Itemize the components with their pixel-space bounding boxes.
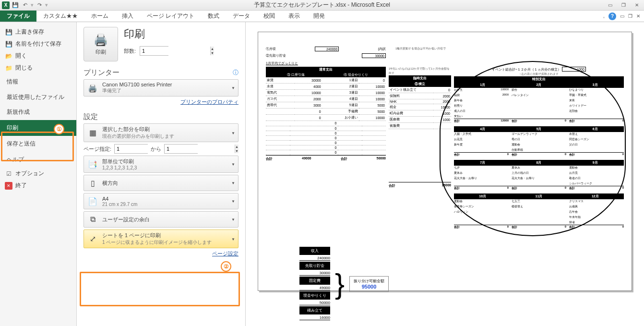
window-title: 予算立てエクセルテンプレート.xlsx - Microsoft Excel [254,1,390,9]
printer-icon: 🖨️ [94,33,108,47]
qat-save-icon[interactable]: 💾 [12,1,19,9]
orientation-dropdown[interactable]: ▯ 横方向 ▼ [83,175,239,191]
income-label: ①月収 [266,47,276,51]
print-heading: 印刷 [124,27,168,41]
tab-developer[interactable]: 開発 [307,11,332,22]
qat-redo-icon[interactable]: ↷ [36,1,43,9]
spin-up-icon[interactable]: ▲ [235,145,239,149]
page-from-spinner[interactable]: ▲▼ [114,144,148,154]
spin-down-icon[interactable]: ▼ [235,149,239,153]
printer-dropdown[interactable]: 🖨️ Canon MG7100 series Printer 準備完了 ▼ [83,79,239,97]
tab-pagelayout[interactable]: ページ レイアウト [140,11,201,22]
sidebar-label: 終了 [15,181,27,190]
paper-icon: 📄 [87,195,98,207]
sidebar-recent[interactable]: 最近使用したファイル [0,90,76,104]
printer-properties-link[interactable]: プリンターのプロパティ [83,98,239,106]
left-total-value-l: 49000 [302,157,311,161]
inner-restore-icon[interactable]: ❐ [628,13,632,19]
left-table: 家賃300001週目0水道40002週目10000電気代100003週目1000… [266,77,386,121]
mid-sub: ⑤ 積立 [389,81,451,87]
copies-spinner[interactable]: ▲▼ [140,46,168,56]
page-setup-link[interactable]: ページ設定 [83,250,239,257]
qat-dropdown-icon[interactable]: ▾ [45,2,48,8]
scaling-dropdown[interactable]: ⤢ シートを 1 ページに印刷 1 ページに収まるように印刷イメージを縮小します… [83,229,239,248]
info-icon[interactable]: ⓘ [233,69,239,77]
settings-section-title: 設定 [83,112,98,121]
printer-name: Canon MG7100 series Printer [102,82,235,87]
print-area-title: 選択した部分を印刷 [102,126,235,133]
page-to-spinner[interactable]: ▲▼ [164,144,198,154]
chevron-down-icon: ▼ [231,181,235,185]
save-icon: 💾 [5,28,12,36]
minimize-button[interactable]: ▭ [604,1,616,9]
sidebar-help[interactable]: ヘルプ [0,152,76,168]
qat-separator: ▾ [31,2,34,8]
restore-button[interactable]: ❐ [617,1,630,9]
sidebar-share[interactable]: 保存と送信 [0,136,76,152]
inner-min-icon[interactable]: ▭ [620,13,624,19]
tab-review[interactable]: 校閲 [257,11,282,22]
chevron-down-icon: ▼ [231,131,235,135]
tab-data[interactable]: データ [226,11,257,22]
mid-header: 臨時支出 [389,75,451,81]
collate-icon: 📑 [87,158,98,170]
sidebar-print[interactable]: 印刷 [0,120,76,136]
tab-insert[interactable]: 挿入 [115,11,140,22]
chevron-down-icon: ▼ [231,217,235,222]
tab-custom[interactable]: カスタム★★ [36,11,84,22]
spin-up-icon[interactable]: ▲ [210,47,214,51]
tab-formulas[interactable]: 数式 [201,11,226,22]
sidebar-new[interactable]: 新規作成 [0,104,76,120]
left-sub2: ④ 現金やりくり [326,72,386,77]
sidebar-close[interactable]: 📁閉じる [0,62,76,74]
paper-dropdown[interactable]: 📄 A4 21 cm x 29.7 cm ▼ [83,193,239,209]
tab-home[interactable]: ホーム [84,11,115,22]
copies-input[interactable] [140,47,210,55]
sidebar-info[interactable]: 情報 [0,74,76,90]
rough-title: 1月平均でざっくりと [266,61,624,66]
qat-undo-icon[interactable]: ↶ [21,1,29,9]
sidebar-label: 最近使用したファイル [7,94,64,100]
sidebar-label: 情報 [7,78,18,86]
sidebar-options[interactable]: ☑オプション [0,168,76,180]
close-icon: 📁 [5,64,12,72]
sidebar-open[interactable]: 📂開く [0,50,76,62]
ribbon-min-icon[interactable]: ˌ [603,13,605,19]
brace-icon: } [335,274,345,294]
app-icon: X [2,1,10,9]
collate-dropdown[interactable]: 📑 部単位で印刷 1,2,3 1,2,3 1,2,3 ▼ [83,156,239,173]
help-icon[interactable]: ? [608,12,616,20]
orientation-icon: ▯ [87,177,98,189]
sidebar-label: 印刷 [7,124,18,132]
sidebar-saveas[interactable]: 💾名前を付けて保存 [0,38,76,50]
sheet-icon: ▦ [87,127,98,139]
left-total-label-r: 合計 [341,157,347,161]
pages-to-label: から [151,145,161,153]
collate-sub: 1,2,3 1,2,3 1,2,3 [102,165,235,170]
copies-label: 部数: [124,48,136,55]
sidebar-label: 開く [15,52,27,60]
scaling-sub: 1 ページに収まるように印刷イメージを縮小します [102,239,235,246]
ribbon: ファイル カスタム★★ ホーム 挿入 ページ レイアウト 数式 データ 校閲 表… [0,11,644,22]
spin-down-icon[interactable]: ▼ [210,51,214,55]
inner-close-icon[interactable]: ✕ [636,13,640,19]
print-area-sub: 現在の選択部分のみを印刷します [102,133,235,140]
annotation-box-2 [80,272,240,306]
margins-dropdown[interactable]: ⧉ ユーザー設定の余白 ▼ [83,211,239,228]
tab-file[interactable]: ファイル [0,11,36,22]
print-area-dropdown[interactable]: ▦ 選択した部分を印刷 現在の選択部分のみを印刷します ▼ [83,123,239,142]
print-button[interactable]: 🖨️ 印刷 [83,27,118,61]
sidebar-exit[interactable]: ✕終了 [0,180,76,192]
print-button-label: 印刷 [95,48,106,56]
paper-title: A4 [102,196,235,202]
print-preview: ①月収240000(内訳 ②先取り貯金30000 1毎月変動する場合は平均か低い… [246,22,644,326]
tab-view[interactable]: 表示 [282,11,307,22]
sidebar-label: 名前を付けて保存 [15,40,61,48]
sidebar-label: ヘルプ [7,156,24,164]
close-button[interactable]: ✕ [631,1,643,9]
sidebar-save[interactable]: 💾上書き保存 [0,26,76,38]
savings-label: ②先取り貯金 [266,53,286,58]
chevron-down-icon: ▼ [231,237,235,241]
result-value: 95000 [354,284,384,290]
page-to-input[interactable] [165,145,235,153]
